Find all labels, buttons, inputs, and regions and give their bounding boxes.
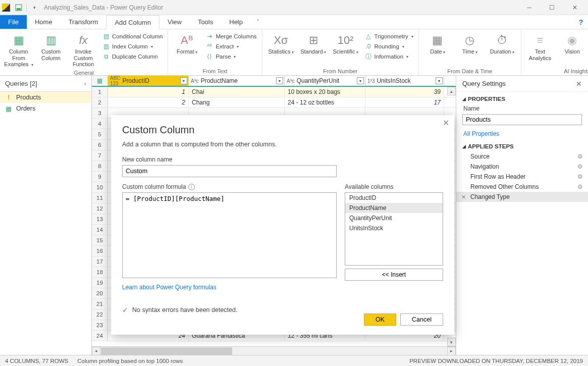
table-row[interactable]: 11Chai10 boxes x 20 bags39 [92,87,456,97]
queries-collapse-icon[interactable]: ‹ [84,80,86,87]
svg-rect-1 [17,8,21,10]
gear-icon[interactable]: ⚙ [577,173,583,180]
step-changed-type[interactable]: ✕Changed Type [456,192,588,202]
help-icon[interactable]: ? [574,15,588,29]
time-button[interactable]: ◷Time▾ [454,31,486,56]
new-column-name-input[interactable] [122,165,337,177]
format-button[interactable]: AᴮFormat▾ [171,31,202,56]
group-fromnumber-label: From Number [265,67,415,74]
tab-add-column[interactable]: Add Column [106,15,159,29]
step-removed[interactable]: Removed Other Columns⚙ [456,182,588,192]
scroll-up-icon[interactable]: ▴ [447,87,456,95]
scroll-left-icon[interactable]: ◂ [92,347,100,355]
status-bar: 4 COLUMNS, 77 ROWS Column profiling base… [0,355,588,366]
applied-steps-section[interactable]: ◢APPLIED STEPS [456,139,588,151]
cancel-button[interactable]: Cancel [400,313,443,326]
column-header-unitsinstock[interactable]: 1²3UnitsInStock▾ [365,76,444,86]
conditional-column-button[interactable]: ▤Conditional Column [100,31,165,41]
save-icon[interactable] [13,2,24,13]
date-button[interactable]: ▦Date▾ [422,31,453,56]
minimize-button[interactable]: ─ [518,0,541,15]
qat-dropdown-icon[interactable]: ▾ [29,2,40,13]
query-item-products[interactable]: ! Products [0,92,91,103]
settings-close-icon[interactable]: ✕ [576,80,582,88]
gear-icon[interactable]: ⚙ [577,163,583,170]
queries-header: Queries [2] ‹ [0,76,91,92]
standard-button[interactable]: ⊞Standard▾ [298,31,329,56]
step-first-row[interactable]: First Row as Header⚙ [456,172,588,182]
gear-icon[interactable]: ⚙ [577,153,583,160]
step-navigation[interactable]: Navigation⚙ [456,162,588,172]
name-label: Name [456,104,588,113]
close-button[interactable]: ✕ [563,0,586,15]
tab-file[interactable]: File [0,15,27,29]
vision-button[interactable]: ◉Vision [557,31,588,56]
dialog-close-icon[interactable]: ✕ [443,118,449,128]
tab-help[interactable]: Help [221,15,251,29]
status-profiling: Column profiling based on top 1000 rows [77,358,183,364]
tab-transform[interactable]: Transform [61,15,106,29]
tab-view[interactable]: View [159,15,190,29]
checkmark-icon: ✓ [122,306,128,314]
delete-step-icon[interactable]: ✕ [461,194,466,200]
query-name-input[interactable] [462,114,582,125]
extract-button[interactable]: ᴬᴮExtract▾ [203,41,258,51]
column-header-productid[interactable]: ABC123ProductID▾ [108,76,189,86]
tab-tools[interactable]: Tools [190,15,221,29]
maximize-button[interactable]: ☐ [541,0,563,15]
filter-dropdown-icon[interactable]: ▾ [180,77,187,84]
duplicate-column-button[interactable]: ⧉Duplicate Column [100,51,165,62]
invoke-custom-function-button[interactable]: fxInvoke Custom Function [68,31,99,69]
available-column-item[interactable]: QuantityPerUnit [345,213,443,223]
available-column-item[interactable]: ProductName [345,203,443,213]
filter-dropdown-icon[interactable]: ▾ [357,77,364,84]
window-title: Analyzing_Sales_Data - Power Query Edito… [44,4,163,11]
tab-home[interactable]: Home [27,15,61,29]
formula-label: Custom column formula i [122,183,337,190]
gear-icon[interactable]: ⚙ [577,183,583,190]
duration-button[interactable]: ⏱Duration▾ [487,31,518,56]
scroll-down-icon[interactable]: ▾ [447,338,456,346]
text-analytics-button[interactable]: ≡Text Analytics [524,31,556,62]
dialog-status: ✓ No syntax errors have been detected. [122,306,443,314]
formula-input[interactable] [122,192,337,278]
all-properties-link[interactable]: All Properties [456,128,588,139]
table-corner-icon[interactable]: ▦ [92,76,108,86]
filter-dropdown-icon[interactable]: ▾ [276,77,283,84]
scroll-right-icon[interactable]: ▸ [447,347,456,355]
ok-button[interactable]: OK [364,313,396,326]
step-source[interactable]: Source⚙ [456,151,588,162]
parse-button[interactable]: ⟨⟩Parse▾ [203,51,258,62]
filter-dropdown-icon[interactable]: ▾ [436,77,443,84]
trigonometry-button[interactable]: △Trigonometry▾ [362,31,415,41]
horizontal-scrollbar[interactable]: ◂ ▸ [92,346,456,355]
queries-pane: Queries [2] ‹ ! Products ▦ Orders [0,76,92,355]
column-header-productname[interactable]: AᴮcProductName▾ [189,76,285,86]
properties-section[interactable]: ◢PROPERTIES [456,92,588,104]
scientific-button[interactable]: 10²Scientific▾ [330,31,361,56]
statistics-button[interactable]: ΧσStatistics▾ [265,31,297,56]
ribbon-collapse-icon[interactable]: ˄ [251,15,265,29]
ribbon: ▦Column From Examples ▾ ▥Custom Column f… [0,29,588,76]
index-column-button[interactable]: ▥Index Column▾ [100,41,165,51]
available-column-item[interactable]: UnitsInStock [345,223,443,233]
settings-title: Query Settings [462,80,506,87]
information-button[interactable]: ⓘInformation▾ [362,51,415,62]
table-row[interactable]: 22Chang24 - 12 oz bottles17 [92,97,456,108]
custom-column-button[interactable]: ▥Custom Column [35,31,67,62]
query-settings-pane: Query Settings ✕ ◢PROPERTIES Name All Pr… [456,76,588,355]
column-header-qpu[interactable]: AᴮcQuantityPerUnit▾ [285,76,365,86]
dialog-title: Custom Column [122,124,443,136]
title-bar: ▾ Analyzing_Sales_Data - Power Query Edi… [0,0,588,15]
info-icon[interactable]: i [188,184,195,190]
rounding-button[interactable]: .0Rounding▾ [362,41,415,51]
ribbon-tabs: File Home Transform Add Column View Tool… [0,15,588,29]
learn-link[interactable]: Learn about Power Query formulas [122,284,217,291]
merge-columns-button[interactable]: ⇥Merge Columns [203,31,258,41]
app-icon [2,4,10,12]
insert-button[interactable]: << Insert [345,269,443,281]
available-column-item[interactable]: ProductID [345,193,443,203]
query-item-orders[interactable]: ▦ Orders [0,103,91,114]
group-fromdt-label: From Date & Time [422,67,518,74]
column-from-examples-button[interactable]: ▦Column From Examples ▾ [3,31,34,69]
